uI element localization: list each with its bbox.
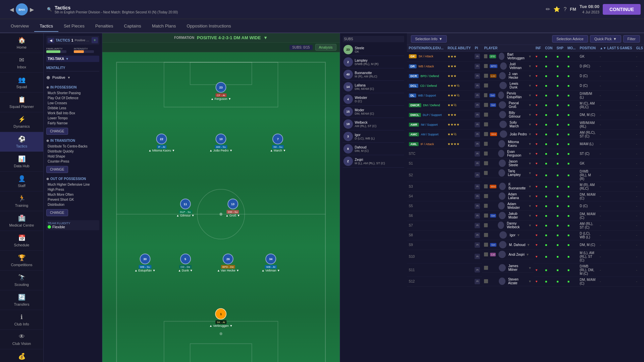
filter-button[interactable]: Filter <box>623 35 640 43</box>
table-row[interactable]: AMR IW / Support ★★★★ PI Solly March ▼ ♥… <box>407 120 644 129</box>
sidebar-item-scouting[interactable]: 🔭Scouting <box>0 270 43 290</box>
back-tactics-button[interactable]: ◀ <box>48 38 54 43</box>
sidebar-item-tactics[interactable]: ⚽Tactics <box>0 132 43 152</box>
tab-set-pieces[interactable]: Set Pieces <box>58 21 90 32</box>
table-row[interactable]: DCR BPD / Defend ★★★ PI Loc J. van Hecke… <box>407 71 644 81</box>
sub-player-webster[interactable]: 4 Webster D (C) <box>343 93 404 106</box>
edit-icon[interactable]: ✏ <box>546 6 550 12</box>
tactical-style[interactable]: TIKI-TAKA ▼ <box>46 56 99 62</box>
change-possession-button[interactable]: CHANGE <box>46 128 68 135</box>
sidebar-item-finances[interactable]: 💰Finances <box>0 349 43 362</box>
player-iw[interactable]: 7 IW - Su ▲ March ▼ <box>270 134 286 152</box>
add-tactic-button[interactable]: + <box>92 37 98 43</box>
sub-player-igor[interactable]: 3 Igor D (LC), WB (L) <box>343 130 404 143</box>
col-mo[interactable]: MO... <box>566 45 578 52</box>
table-row[interactable]: S6 PI Set Jakub Moder ▼ ♥ ■ ■ ■ DM, M/AM… <box>407 211 644 221</box>
tab-opposition[interactable]: Opposition Instructions <box>181 21 236 32</box>
table-row[interactable]: S5 PI Adam Webster ▼ ♥ ■ ■ ■ D (C) - - - <box>407 201 644 211</box>
table-row[interactable]: DL WB / Support ★★★½ PI Set Pervis Estup… <box>407 90 644 100</box>
table-row[interactable]: GK SK / Attack ★★★ PI IPR Bart Verbrugge… <box>407 52 644 62</box>
sidebar-item-dynamics[interactable]: ⚡Dynamics <box>0 112 43 132</box>
col-role-ability[interactable]: ROLE ABILITY <box>445 45 473 52</box>
table-row[interactable]: S8 PI Igor ▼ ♥ ■ ■ ■ D (LC), WB (L) - - … <box>407 230 644 240</box>
sidebar-item-home[interactable]: 🏠Home <box>0 33 43 53</box>
col-position-detail[interactable]: POSITION <box>578 45 598 52</box>
col-player[interactable]: PLAYER <box>482 45 533 52</box>
player-dlp[interactable]: 11 DLP - Su ▲ Gilmour ▼ <box>176 198 194 217</box>
sidebar-item-schedule[interactable]: 📅Schedule <box>0 231 43 251</box>
col-pi[interactable]: PI <box>473 45 482 52</box>
table-row[interactable]: DMCR DM / Defend ★★½ PI Set Pascal Groß … <box>407 100 644 110</box>
sidebar-item-club-info[interactable]: ℹClub Info <box>0 310 43 330</box>
sub-player-welbeck[interactable]: 18 Welbeck AM (RL), ST (C) <box>343 118 404 130</box>
sub-player-dahoud[interactable]: 8 Dahoud DM, M (C) <box>343 143 404 155</box>
mentality-dropdown-icon[interactable]: ▼ <box>67 76 71 79</box>
table-row[interactable]: S3 PI Wnt F. Buonanotte ▼ ♥ ■ ■ ■ M (R),… <box>407 182 644 191</box>
sub-player-steele[interactable]: 23 Steele GK <box>343 44 404 56</box>
continue-button[interactable]: CONTINUE <box>603 4 641 15</box>
col-position[interactable]: POSITION/ROLE/DU... <box>407 45 446 52</box>
tab-captains[interactable]: Captains <box>119 21 147 32</box>
quick-pick-button[interactable]: Quick Pick ▼ <box>590 35 621 43</box>
analysis-button[interactable]: Analysis <box>315 44 336 51</box>
table-row[interactable]: DCL CD / Defend ★★★½ PI Lewis Dunk ▼ ♥ ■… <box>407 81 644 90</box>
player-cd[interactable]: 5 CD - De ▲ Dunk ▼ <box>178 253 193 272</box>
tab-overview[interactable]: Overview <box>5 21 34 32</box>
sidebar-item-transfers[interactable]: 🔄Transfers <box>0 290 43 310</box>
sub-player-moder[interactable]: 15 Moder DM, M/AM (C) <box>343 106 404 118</box>
player-wb-l[interactable]: 30 WB - Su ▲ Estupiñán ▼ <box>135 253 156 272</box>
table-row[interactable]: AML IF / Attack ★★★★ PI Mitoma Kaoru ▼ ♥… <box>407 139 644 149</box>
table-row[interactable]: AMC AM / Support ★★½ PI Wnt João Pedro ▼… <box>407 129 644 139</box>
sub-player-lallana[interactable]: 14 Lallana DM, M/AM (C) <box>343 81 404 93</box>
tab-match-plans[interactable]: Match Plans <box>147 21 181 32</box>
sidebar-item-inbox[interactable]: ✉Inbox <box>0 53 43 73</box>
sidebar-item-club-vision[interactable]: 👁Club Vision <box>0 330 43 349</box>
sidebar-item-medical[interactable]: 🏥Medical Centre <box>0 211 43 231</box>
selection-info-button[interactable]: Selection Info ▼ <box>411 35 447 43</box>
sidebar-item-training[interactable]: 🏃Training <box>0 191 43 211</box>
change-oop-button[interactable]: CHANGE <box>46 209 68 216</box>
sidebar-item-squad[interactable]: 👥Squad <box>0 73 43 93</box>
star-icon[interactable]: ⭐ <box>553 6 560 12</box>
sidebar-item-squad-planner[interactable]: 📋Squad Planner <box>0 93 43 112</box>
tab-player[interactable]: Tactics <box>34 21 58 32</box>
table-row[interactable]: STC PI Evan Ferguson ▼ ♥ ■ ■ ■ ST (C) - … <box>407 149 644 159</box>
table-row[interactable]: S10 PI Lst Andi Zeqiri ▼ ♥ ■ ■ ■ M (L), … <box>407 250 644 263</box>
table-row[interactable]: S1 PI Jason Steele ▼ ♥ ■ ■ ■ GK - - - <box>407 159 644 168</box>
player-if[interactable]: 22 IF - At ▲ Mitoma Kaoru ▼ <box>148 134 175 152</box>
col-shp[interactable]: SHP <box>554 45 566 52</box>
player-wb-r[interactable]: 34 WB - At ▲ Veltman ▼ <box>262 253 280 272</box>
table-row[interactable]: S2 PI Tariq Lamptey ▼ ♥ ■ ■ ■ D/WB (RL),… <box>407 168 644 182</box>
sidebar-item-staff[interactable]: 👤Staff <box>0 172 43 191</box>
selection-advice-button[interactable]: Selection Advice <box>552 35 588 43</box>
nav-back-button[interactable]: ◀ <box>10 6 14 13</box>
player-cf[interactable]: 23 CF - At ▲ Ferguson ▼ <box>211 82 231 100</box>
formation-dropdown-button[interactable]: ▼ <box>263 35 268 40</box>
col-con[interactable]: CON <box>543 45 554 52</box>
sub-player-buonanotte[interactable]: 40 Buonanotte M (R), AM (RLC) <box>343 68 404 81</box>
col-gls[interactable]: GLS <box>634 45 644 52</box>
player-sk[interactable]: 1 SK - At ▲ Verbruggen ▼ <box>209 308 232 327</box>
table-row[interactable]: S11 PI James Milner ▼ ♥ ■ ■ ■ D/WB (RL),… <box>407 263 644 277</box>
help-icon[interactable]: ? <box>564 6 567 12</box>
table-row[interactable]: S12 PI Steven Alzate ▼ ♥ ■ ■ ■ DM, M/AM … <box>407 277 644 286</box>
sub-player-zeqiri[interactable]: Z Zeqiri M (L), AM (RL), ST (C) <box>343 155 404 168</box>
table-row[interactable]: S7 PI Danny Welbeck ▼ ♥ ■ ■ ■ AM (RL), S… <box>407 221 644 230</box>
player-dm[interactable]: 13 DM - Su ▲ Groß ▼ <box>225 198 240 217</box>
sidebar-item-data-hub[interactable]: 📊Data Hub <box>0 152 43 172</box>
player-name-wb-r: ▲ Veltman ▼ <box>262 268 280 272</box>
sidebar-item-competitions[interactable]: 🏆Competitions <box>0 251 43 270</box>
cell-player: Adam Webster ▼ <box>482 201 533 211</box>
table-row[interactable]: S4 PI Adam Lallana ▼ ♥ ■ ■ ■ DM, M/AM (C… <box>407 191 644 201</box>
table-row[interactable]: DMCL DLP / Support ★★★ PI Billy Gilmour … <box>407 110 644 120</box>
table-row[interactable]: DR WB / Attack ★★★ PI BPD Joël Veltman ▼… <box>407 61 644 71</box>
player-bpd[interactable]: 26 BPD - De ▲ Van Hecke ▼ <box>217 253 239 272</box>
player-am[interactable]: 10 AM - Su ▲ João Pedro ▼ <box>209 134 232 152</box>
col-inf[interactable]: INF <box>534 45 543 52</box>
sub-player-lamptey[interactable]: 2 Lamptey D/WB (RL), M (R) <box>343 56 404 68</box>
nav-fwd-button[interactable]: ▶ <box>30 6 34 13</box>
col-last-games[interactable]: ▲▼ LAST 5 GAMES <box>598 45 634 52</box>
change-transition-button[interactable]: CHANGE <box>46 166 68 173</box>
table-row[interactable]: S9 PI Set M. Dahoud ▼ ♥ ■ ■ ■ DM, M (C) … <box>407 240 644 250</box>
tab-penalties[interactable]: Penalties <box>90 21 118 32</box>
